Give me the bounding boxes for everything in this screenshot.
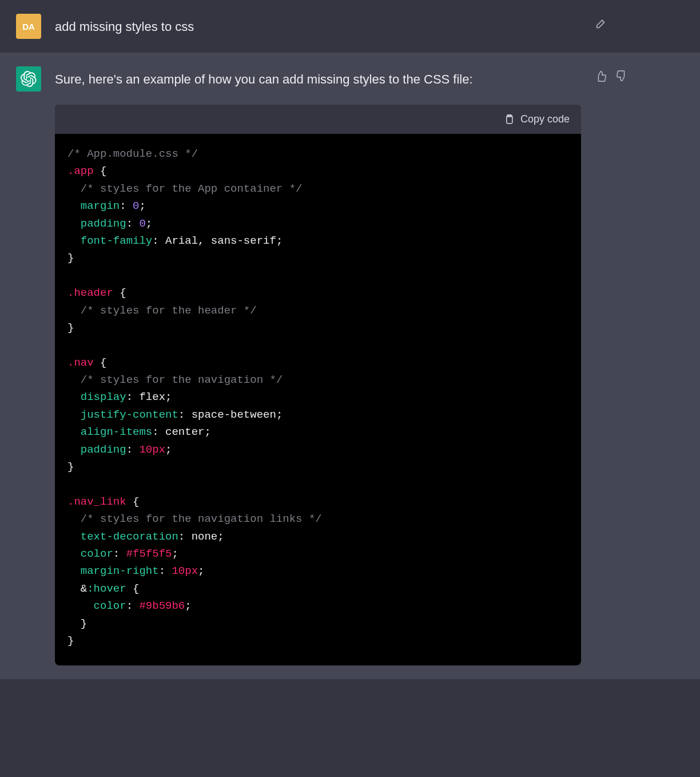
user-avatar: DA [16,14,41,39]
thumbs-up-icon[interactable] [595,70,608,84]
assistant-message-actions [595,66,629,665]
thumbs-down-icon[interactable] [615,70,629,84]
clipboard-icon [503,114,515,125]
edit-icon[interactable] [595,17,608,31]
copy-code-button[interactable]: Copy code [503,112,570,127]
assistant-avatar [16,66,41,92]
assistant-message-content: Sure, here's an example of how you can a… [55,66,581,665]
assistant-intro-text: Sure, here's an example of how you can a… [55,70,581,89]
user-message-actions [595,14,608,39]
code-block: Copy code /* App.module.css */ .app { /*… [55,105,581,665]
code-block-header: Copy code [55,105,581,134]
assistant-message-row: Sure, here's an example of how you can a… [0,53,700,679]
user-message-text: add missing styles to css [55,14,581,39]
user-message-row: DA add missing styles to css [0,0,700,53]
copy-code-label: Copy code [520,112,570,127]
user-initials: DA [22,22,35,31]
code-body[interactable]: /* App.module.css */ .app { /* styles fo… [55,134,581,665]
openai-logo-icon [21,71,37,87]
